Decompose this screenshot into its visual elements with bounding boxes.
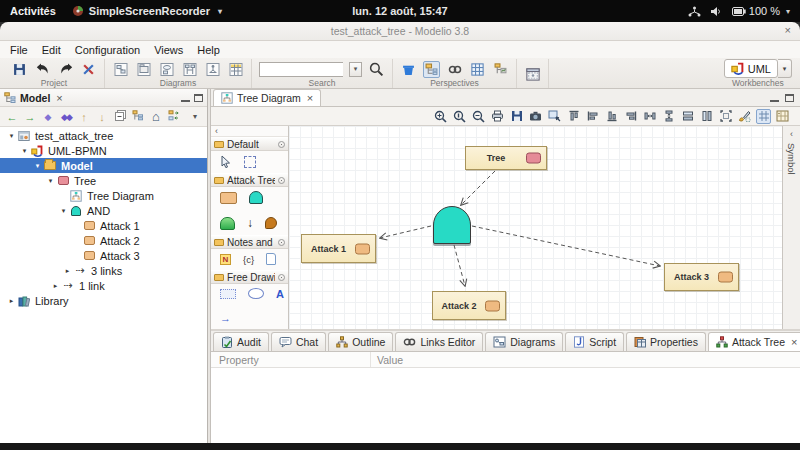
related-elements-both-icon[interactable]: ◆◆ xyxy=(58,109,74,125)
menu-configuration[interactable]: Configuration xyxy=(68,44,147,56)
move-up-icon[interactable]: ↑ xyxy=(76,109,92,125)
tab-close-icon[interactable] xyxy=(789,336,797,348)
links-perspective-button[interactable] xyxy=(446,61,463,78)
tree-item-and[interactable]: AND xyxy=(0,203,207,218)
palette-collapse-icon[interactable]: ‹ xyxy=(211,126,288,137)
page-layout-icon[interactable] xyxy=(775,109,790,124)
view-menu-icon[interactable]: ▾ xyxy=(187,109,203,125)
tab-properties[interactable]: Properties xyxy=(626,332,706,351)
node-attack-3[interactable]: Attack 3 xyxy=(664,263,739,291)
redo-button[interactable] xyxy=(57,61,74,78)
align-top-icon[interactable] xyxy=(566,109,581,124)
document-tool[interactable] xyxy=(266,253,276,265)
pin-icon[interactable] xyxy=(278,141,285,148)
model-panel-tab[interactable]: Model xyxy=(20,92,50,104)
tab-audit[interactable]: Audit xyxy=(213,332,269,351)
tab-close-icon[interactable] xyxy=(305,92,313,104)
same-height-icon[interactable] xyxy=(699,109,714,124)
rectangle-tool[interactable] xyxy=(220,289,236,299)
window-close-icon[interactable]: × xyxy=(785,25,791,36)
navigate-back-icon[interactable]: ← xyxy=(4,109,20,125)
model-view-button[interactable] xyxy=(492,61,509,78)
tree-item-tree-diagram[interactable]: Tree Diagram xyxy=(0,188,207,203)
palette-section-free-drawing[interactable]: Free Drawing xyxy=(211,270,288,284)
expander-icon[interactable] xyxy=(6,132,17,140)
tree-item-project[interactable]: test_attack_tree xyxy=(0,128,207,143)
expander-icon[interactable] xyxy=(32,162,43,170)
tab-outline[interactable]: Outline xyxy=(328,332,393,351)
tab-script[interactable]: Script xyxy=(565,332,624,351)
node-tree[interactable]: Tree xyxy=(465,146,547,170)
move-down-icon[interactable]: ↓ xyxy=(94,109,110,125)
sync-tree-icon[interactable] xyxy=(166,109,182,125)
text-tool[interactable] xyxy=(276,288,284,300)
workbench-selector[interactable]: UML xyxy=(724,59,778,78)
save-button[interactable] xyxy=(11,61,28,78)
home-icon[interactable]: ⌂ xyxy=(148,109,164,125)
menu-edit[interactable]: Edit xyxy=(35,44,68,56)
ellipse-tool[interactable] xyxy=(248,288,264,299)
grid-toggle-icon[interactable] xyxy=(756,109,771,124)
pin-icon[interactable] xyxy=(278,177,285,184)
pin-icon[interactable] xyxy=(278,239,285,246)
model-panel-minimize-icon[interactable] xyxy=(181,94,190,102)
column-property[interactable]: Property xyxy=(211,352,371,367)
constraint-tool[interactable] xyxy=(243,253,254,265)
active-app-menu[interactable]: SimpleScreenRecorder xyxy=(72,5,222,17)
editor-minimize-icon[interactable] xyxy=(770,94,779,102)
navigate-forward-icon[interactable]: → xyxy=(22,109,38,125)
tab-diagrams[interactable]: Diagrams xyxy=(485,332,563,351)
search-icon[interactable] xyxy=(368,61,385,78)
window-titlebar[interactable]: test_attack_tree - Modelio 3.8 × xyxy=(0,22,800,41)
tree-item-3-links[interactable]: 3 links xyxy=(0,263,207,278)
select-tool[interactable] xyxy=(220,155,232,168)
expander-icon[interactable] xyxy=(45,177,56,185)
tree-item-tree[interactable]: Tree xyxy=(0,173,207,188)
zoom-out-icon[interactable] xyxy=(471,109,486,124)
battery-indicator[interactable]: 100 % xyxy=(732,5,790,17)
and-gate-tool[interactable] xyxy=(249,191,263,204)
same-width-icon[interactable] xyxy=(680,109,695,124)
tree-item-attack-2[interactable]: Attack 2 xyxy=(0,233,207,248)
related-elements-icon[interactable]: ◆ xyxy=(40,109,56,125)
countermeasure-tool[interactable] xyxy=(265,217,277,229)
activity-diagram-button[interactable] xyxy=(204,61,221,78)
symbol-tab[interactable]: Symbol xyxy=(786,143,797,175)
zoom-selection-icon[interactable] xyxy=(547,109,562,124)
editor-maximize-icon[interactable] xyxy=(785,94,794,102)
class-diagram-button[interactable] xyxy=(112,61,129,78)
workspace-icon-button[interactable] xyxy=(400,61,417,78)
search-input[interactable] xyxy=(259,62,343,77)
style-brush-icon[interactable] xyxy=(737,109,752,124)
tree-item-1-link[interactable]: 1 link xyxy=(0,278,207,293)
package-diagram-button[interactable] xyxy=(135,61,152,78)
or-gate-tool[interactable] xyxy=(220,217,235,230)
sequence-diagram-button[interactable] xyxy=(181,61,198,78)
palette-section-attack-tree[interactable]: Attack Tree xyxy=(211,173,288,187)
distribute-rows-icon[interactable] xyxy=(661,109,676,124)
save-image-icon[interactable] xyxy=(509,109,524,124)
menu-file[interactable]: File xyxy=(3,44,35,56)
link-tool[interactable] xyxy=(247,216,253,230)
tab-chat[interactable]: Chat xyxy=(271,332,326,351)
tab-tree-diagram[interactable]: Tree Diagram xyxy=(213,89,321,106)
model-panel-maximize-icon[interactable] xyxy=(194,94,203,102)
align-left-icon[interactable] xyxy=(585,109,600,124)
tree-item-attack-3[interactable]: Attack 3 xyxy=(0,248,207,263)
search-dropdown-icon[interactable]: ▾ xyxy=(349,62,362,77)
activities-button[interactable]: Activités xyxy=(10,5,56,17)
expander-icon[interactable] xyxy=(19,147,30,155)
palette-section-default[interactable]: Default xyxy=(211,137,288,151)
diagram-canvas[interactable]: Tree Attack 1 Attack 2 Attack 3 xyxy=(289,126,782,329)
zoom-in-icon[interactable] xyxy=(433,109,448,124)
node-attack-1[interactable]: Attack 1 xyxy=(301,234,376,263)
tree-item-library[interactable]: Library xyxy=(0,293,207,308)
align-bottom-icon[interactable] xyxy=(604,109,619,124)
clock[interactable]: lun. 12 août, 15:47 xyxy=(352,5,447,17)
grid-perspective-button[interactable] xyxy=(469,61,486,78)
tree-item-uml-bpmn[interactable]: UML-BPMN xyxy=(0,143,207,158)
tree-item-attack-1[interactable]: Attack 1 xyxy=(0,218,207,233)
distribute-columns-icon[interactable] xyxy=(642,109,657,124)
property-table-body[interactable] xyxy=(211,368,800,443)
link-with-editor-icon[interactable] xyxy=(130,109,146,125)
